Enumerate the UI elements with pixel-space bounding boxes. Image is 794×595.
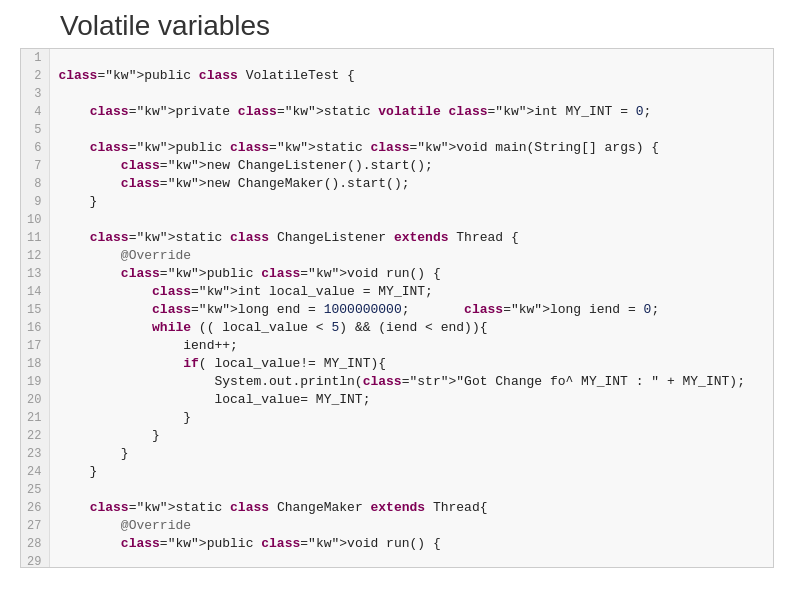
table-row: 27 @Override [21,517,774,535]
line-code: } [50,427,774,445]
line-number: 27 [21,517,50,535]
line-number: 20 [21,391,50,409]
line-code: local_value= MY_INT; [50,391,774,409]
line-number: 10 [21,211,50,229]
line-number: 29 [21,553,50,568]
table-row: 15 class="kw">long end = 1000000000; cla… [21,301,774,319]
table-row: 26 class="kw">static class ChangeMaker e… [21,499,774,517]
line-number: 15 [21,301,50,319]
line-number: 16 [21,319,50,337]
line-code [50,49,774,67]
table-row: 13 class="kw">public class="kw">void run… [21,265,774,283]
table-row: 20 local_value= MY_INT; [21,391,774,409]
line-code: } [50,463,774,481]
table-row: 18 if( local_value!= MY_INT){ [21,355,774,373]
table-row: 7 class="kw">new ChangeListener().start(… [21,157,774,175]
line-code: iend++; [50,337,774,355]
line-number: 7 [21,157,50,175]
line-number: 18 [21,355,50,373]
line-number: 17 [21,337,50,355]
line-code: class="kw">static class ChangeListener e… [50,229,774,247]
table-row: 2class="kw">public class VolatileTest { [21,67,774,85]
line-number: 9 [21,193,50,211]
table-row: 17 iend++; [21,337,774,355]
line-code: class="kw">public class VolatileTest { [50,67,774,85]
line-code: class="kw">new ChangeListener().start(); [50,157,774,175]
line-number: 13 [21,265,50,283]
line-code: System.out.println(class="str">"Got Chan… [50,373,774,391]
table-row: 16 while (( local_value < 5) && (iend < … [21,319,774,337]
line-number: 6 [21,139,50,157]
line-code: } [50,193,774,211]
line-number: 24 [21,463,50,481]
line-number: 26 [21,499,50,517]
line-number: 22 [21,427,50,445]
table-row: 23 } [21,445,774,463]
line-code: class="kw">int local_value = MY_INT; [50,283,774,301]
line-number: 28 [21,535,50,553]
table-row: 10 [21,211,774,229]
line-code: class="kw">new ChangeMaker().start(); [50,175,774,193]
line-code: class="kw">static class ChangeMaker exte… [50,499,774,517]
table-row: 6 class="kw">public class="kw">static cl… [21,139,774,157]
line-code: class="kw">public class="kw">static clas… [50,139,774,157]
line-number: 23 [21,445,50,463]
line-number: 4 [21,103,50,121]
line-code: class="kw">private class="kw">static vol… [50,103,774,121]
table-row: 1 [21,49,774,67]
table-row: 8 class="kw">new ChangeMaker().start(); [21,175,774,193]
line-code: if( local_value!= MY_INT){ [50,355,774,373]
table-row: 29 [21,553,774,568]
line-number: 5 [21,121,50,139]
line-number: 3 [21,85,50,103]
table-row: 14 class="kw">int local_value = MY_INT; [21,283,774,301]
line-number: 21 [21,409,50,427]
table-row: 28 class="kw">public class="kw">void run… [21,535,774,553]
line-code [50,85,774,103]
table-row: 22 } [21,427,774,445]
code-table: 1 2class="kw">public class VolatileTest … [21,49,774,568]
table-row: 9 } [21,193,774,211]
line-code: } [50,409,774,427]
line-code [50,121,774,139]
table-row: 5 [21,121,774,139]
table-row: 19 System.out.println(class="str">"Got C… [21,373,774,391]
table-row: 11 class="kw">static class ChangeListene… [21,229,774,247]
table-row: 24 } [21,463,774,481]
table-row: 12 @Override [21,247,774,265]
line-code [50,211,774,229]
table-row: 3 [21,85,774,103]
line-code: class="kw">public class="kw">void run() … [50,265,774,283]
line-code: } [50,445,774,463]
line-number: 1 [21,49,50,67]
line-number: 25 [21,481,50,499]
table-row: 4 class="kw">private class="kw">static v… [21,103,774,121]
line-number: 8 [21,175,50,193]
line-code: class="kw">public class="kw">void run() … [50,535,774,553]
line-number: 19 [21,373,50,391]
line-number: 12 [21,247,50,265]
line-number: 11 [21,229,50,247]
line-code: @Override [50,247,774,265]
table-row: 21 } [21,409,774,427]
table-row: 25 [21,481,774,499]
line-code [50,553,774,568]
line-number: 2 [21,67,50,85]
code-container: 1 2class="kw">public class VolatileTest … [20,48,774,568]
line-code [50,481,774,499]
line-code: class="kw">long end = 1000000000; class=… [50,301,774,319]
line-code: @Override [50,517,774,535]
line-number: 14 [21,283,50,301]
line-code: while (( local_value < 5) && (iend < end… [50,319,774,337]
page-title: Volatile variables [0,0,794,48]
